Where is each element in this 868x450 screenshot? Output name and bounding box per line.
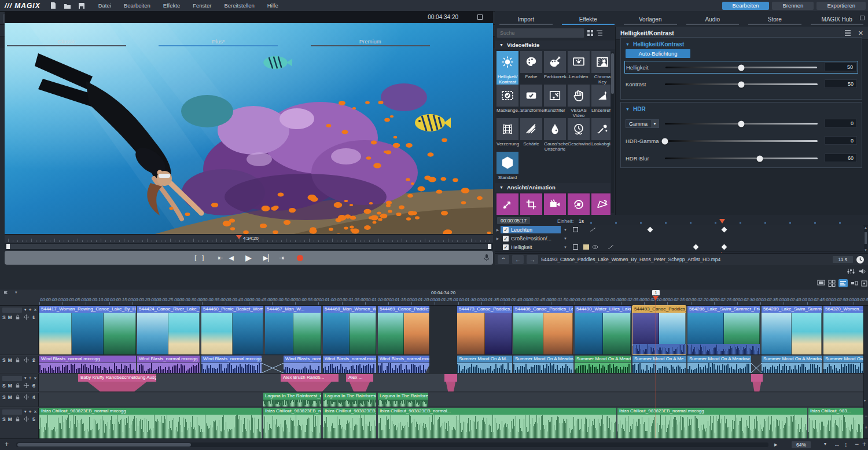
group-header[interactable]: ▼Helligkeit/Kontrast — [626, 41, 862, 47]
keyframe-timecode[interactable]: 00:00:05:17 — [497, 217, 530, 224]
next-frame-button[interactable]: ▶▏ — [263, 255, 273, 261]
keyframe-diamond-icon[interactable] — [648, 227, 653, 233]
video-clip[interactable]: 544424_Canoe_River_Lake_Veg... — [137, 306, 200, 354]
mode-button-bearbeiten[interactable]: Bearbeiten — [722, 2, 770, 10]
tab-audio[interactable]: Audio — [682, 13, 744, 25]
record-button[interactable] — [297, 255, 303, 261]
audio-clip[interactable]: Ibiza Chillout_983823EB_normal... — [378, 408, 616, 438]
expander-caret-icon[interactable]: ▶ — [495, 228, 501, 232]
zoom-fit-horizontal-icon[interactable]: ↔ — [834, 441, 840, 448]
lock-icon[interactable] — [14, 394, 21, 400]
zoom-fit-object-icon[interactable]: ↕ — [844, 441, 848, 448]
timeline-playhead-icon[interactable] — [653, 296, 659, 301]
slider-value[interactable]: 50 — [825, 79, 857, 88]
keyframe-diamond-icon[interactable] — [693, 244, 699, 250]
slider-value[interactable]: 0 — [825, 119, 857, 127]
title-clip[interactable]: Alex ... — [346, 374, 373, 392]
audio-clip[interactable]: Ibiza Chillout_983823EB_normal.mxcogg — [617, 408, 807, 438]
slider-thumb[interactable] — [738, 81, 745, 87]
slider-value[interactable]: 50 — [824, 63, 856, 71]
effect-tile-verzerrung[interactable]: Verzerrung — [496, 118, 518, 147]
row-caret-icon[interactable]: ▼ — [564, 237, 567, 240]
audio-clip[interactable]: Summer Mood On A Meadow... — [513, 356, 573, 373]
animation-tile[interactable] — [568, 193, 590, 215]
solo-button[interactable]: S — [2, 357, 6, 363]
menu-item-fenster[interactable]: Fenster — [186, 2, 218, 9]
range-start-handle[interactable] — [6, 244, 10, 249]
move-icon[interactable] — [23, 394, 30, 400]
keyframe-row-helligkeit[interactable]: ✓Helligkeit▼ — [495, 243, 863, 252]
checkbox-checked-icon[interactable]: ✓ — [503, 236, 509, 242]
keyframe-playhead-icon[interactable] — [719, 219, 725, 224]
timeline-tab-plus[interactable]: Plus* — [152, 38, 285, 46]
video-clip[interactable]: 544417_Woman_Rowing_Canoe_Lake_By_H... — [39, 306, 136, 354]
auto-exposure-button[interactable]: Auto-Belichtung — [626, 49, 690, 58]
mode-button-exportieren[interactable]: Exportieren — [816, 2, 866, 10]
keyframe-flag-icon[interactable] — [3, 291, 8, 296]
menu-item-bereitstellen[interactable]: Bereitstellen — [218, 2, 260, 9]
effect-tile-stanzformen[interactable]: Stanzformen — [520, 85, 542, 113]
track-zoom-in-icon[interactable]: + — [865, 425, 867, 430]
mute-button[interactable]: M — [8, 357, 12, 363]
effect-tile-farbe[interactable]: Farbe — [520, 51, 542, 79]
range-out-button[interactable]: ] — [202, 255, 204, 261]
ruler-options-caret-icon[interactable]: ▾ — [15, 290, 17, 295]
effect-tile-gauss-sche[interactable]: Gauss'scheUnschärfe — [544, 118, 566, 152]
keyframe-box-icon[interactable] — [573, 227, 578, 232]
collapse-panel-icon[interactable]: ⌃ — [498, 255, 509, 264]
curve-icon[interactable] — [607, 244, 615, 250]
audio-clip[interactable]: Ibiza Chillout_983823EB_nor... — [263, 408, 321, 438]
mode-button-brennen[interactable]: Brennen — [772, 2, 814, 10]
slider-track-helligkeit[interactable] — [665, 67, 817, 68]
solo-button[interactable]: S — [2, 416, 6, 422]
lock-icon[interactable] — [14, 382, 21, 389]
audio-clip[interactable]: Summer Mood On A Me... — [632, 356, 686, 373]
menu-item-datei[interactable]: Datei — [92, 2, 117, 9]
keyframe-diamond-icon[interactable] — [722, 244, 727, 250]
track-name-input[interactable] — [2, 308, 22, 313]
lock-icon[interactable] — [14, 357, 21, 363]
effect-tile-chroma-key[interactable]: Chroma Key — [591, 51, 610, 85]
row-caret-icon[interactable]: ▼ — [564, 228, 567, 232]
track-zoom-out-icon[interactable]: − — [865, 413, 867, 419]
video-clip[interactable]: 564286_Lake_Swim_Summer_Friends_B — [687, 306, 760, 354]
animation-tile[interactable] — [544, 193, 566, 215]
audio-clip[interactable]: Wind Blasts_norm... — [284, 356, 321, 373]
checkbox-checked-icon[interactable]: ✓ — [503, 244, 509, 250]
master-audio-icon[interactable] — [859, 268, 866, 275]
section-ansicht-animation[interactable]: ▼Ansicht/Animation — [495, 183, 610, 192]
slider-track-hdr-gamma[interactable] — [665, 140, 818, 142]
track-close-icon[interactable]: × — [34, 375, 36, 381]
video-clip[interactable]: 544486_Canoe_Paddles_Lak... — [513, 306, 573, 354]
audio-clip[interactable]: Summer Mood On A Meadow Of Flower — [687, 356, 751, 373]
compact-view-icon[interactable] — [861, 280, 867, 287]
audio-clip[interactable]: Ibiza Chillout_983... — [808, 408, 868, 438]
track-caret-icon[interactable]: ▾ — [24, 409, 27, 414]
jump-start-button[interactable]: ⇤ — [218, 255, 223, 261]
gamma-mode-dropdown[interactable]: Gamma▼ — [626, 119, 659, 128]
timeline-ruler[interactable]: ▾ 00:04:34:20 00:00:00:0000:00:05:0000:0… — [0, 290, 868, 306]
rail-caret-icon[interactable]: ▾ — [864, 398, 866, 403]
scrub-playhead-icon[interactable] — [236, 235, 242, 239]
video-clip[interactable]: 544467_Man_W... — [265, 306, 321, 354]
prev-object-button[interactable]: ← — [512, 255, 524, 264]
track-add-icon[interactable]: + — [29, 409, 32, 415]
slider-value[interactable]: 60 — [825, 153, 857, 162]
new-project-icon[interactable] — [50, 2, 57, 9]
preview-scrub-bar[interactable]: 4:34:20 — [5, 234, 493, 243]
track-name-input[interactable] — [2, 376, 22, 381]
video-clip[interactable]: 564289_Lake_Swim_Summer_Fr... — [762, 306, 822, 354]
audio-clip[interactable]: Laguna In The Rainfores... — [378, 393, 428, 407]
scene-overview-icon[interactable] — [851, 280, 858, 287]
video-clip[interactable]: 544469_Canoe_Paddles_Lake_Fri... — [378, 306, 429, 354]
zoom-preset-caret-icon[interactable]: ▾ — [824, 441, 826, 447]
slider-track-kontrast[interactable] — [665, 83, 818, 85]
timeline-tab-premium[interactable]: Premium — [304, 38, 437, 46]
title-clip[interactable] — [444, 374, 457, 392]
title-clip[interactable]: Baby Kruffy Randbeschneidung Ausgleich..… — [78, 374, 156, 392]
panel-detach-icon[interactable] — [860, 16, 865, 20]
inspector-close-icon[interactable]: ✕ — [858, 30, 863, 37]
audio-clip[interactable]: Summer Mood On A Meadow Of... — [762, 356, 822, 373]
mute-button[interactable]: M — [8, 394, 12, 400]
monitor-fullscreen-icon[interactable] — [477, 14, 483, 20]
